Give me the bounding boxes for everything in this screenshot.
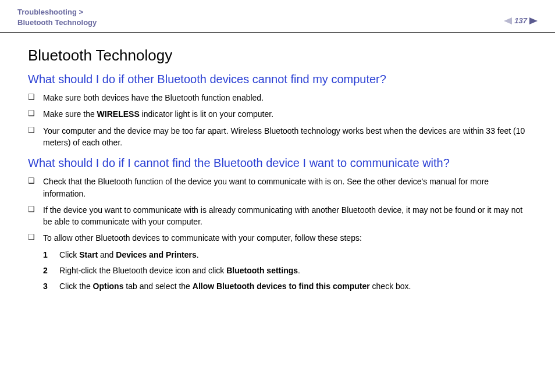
- page-content: Bluetooth Technology What should I do if…: [0, 33, 555, 293]
- step-text: Click the Options tab and select the All…: [59, 280, 533, 293]
- list-item: ❑ Make sure the WIRELESS indicator light…: [28, 108, 533, 120]
- svg-marker-0: [504, 17, 512, 24]
- page-number: 137: [514, 16, 527, 25]
- bullet-icon: ❑: [28, 204, 43, 215]
- page-nav: 137: [504, 16, 538, 25]
- next-page-arrow-icon[interactable]: [529, 17, 538, 24]
- step-item: 3 Click the Options tab and select the A…: [43, 280, 533, 293]
- bullet-list-1: ❑ Make sure both devices have the Blueto…: [28, 92, 533, 148]
- bullet-text: Make sure the WIRELESS indicator light i…: [43, 108, 533, 120]
- bullet-text: If the device you want to communicate wi…: [43, 204, 533, 228]
- step-number: 3: [43, 280, 59, 293]
- numbered-steps: 1 Click Start and Devices and Printers. …: [28, 249, 533, 293]
- bullet-icon: ❑: [28, 232, 43, 243]
- list-item: ❑ If the device you want to communicate …: [28, 204, 533, 228]
- list-item: ❑ Make sure both devices have the Blueto…: [28, 92, 533, 104]
- list-item: ❑ Check that the Bluetooth function of t…: [28, 176, 533, 199]
- page-header: Troubleshooting > Bluetooth Technology 1…: [0, 0, 555, 33]
- bullet-icon: ❑: [28, 108, 43, 119]
- bullet-icon: ❑: [28, 92, 43, 103]
- step-text: Click Start and Devices and Printers.: [59, 249, 533, 261]
- list-item: ❑ To allow other Bluetooth devices to co…: [28, 232, 533, 244]
- step-item: 2 Right-click the Bluetooth device icon …: [43, 265, 533, 277]
- bullet-text: To allow other Bluetooth devices to comm…: [43, 232, 533, 244]
- svg-marker-1: [529, 17, 538, 24]
- section-heading-1: What should I do if other Bluetooth devi…: [28, 73, 533, 86]
- step-text: Right-click the Bluetooth device icon an…: [59, 265, 533, 277]
- bullet-list-2: ❑ Check that the Bluetooth function of t…: [28, 176, 533, 244]
- step-item: 1 Click Start and Devices and Printers.: [43, 249, 533, 261]
- bullet-text: Your computer and the device may be too …: [43, 125, 533, 149]
- list-item: ❑ Your computer and the device may be to…: [28, 125, 533, 149]
- breadcrumb-line1: Troubleshooting >: [17, 7, 97, 17]
- bullet-icon: ❑: [28, 176, 43, 187]
- page-title: Bluetooth Technology: [28, 47, 533, 65]
- prev-page-arrow-icon[interactable]: [504, 17, 512, 24]
- bullet-text: Check that the Bluetooth function of the…: [43, 176, 533, 199]
- bullet-text: Make sure both devices have the Bluetoot…: [43, 92, 533, 104]
- breadcrumb-line2: Bluetooth Technology: [17, 17, 97, 28]
- bullet-icon: ❑: [28, 125, 43, 136]
- step-number: 2: [43, 265, 59, 277]
- breadcrumb: Troubleshooting > Bluetooth Technology: [17, 7, 97, 27]
- section-heading-2: What should I do if I cannot find the Bl…: [28, 156, 533, 170]
- step-number: 1: [43, 249, 59, 261]
